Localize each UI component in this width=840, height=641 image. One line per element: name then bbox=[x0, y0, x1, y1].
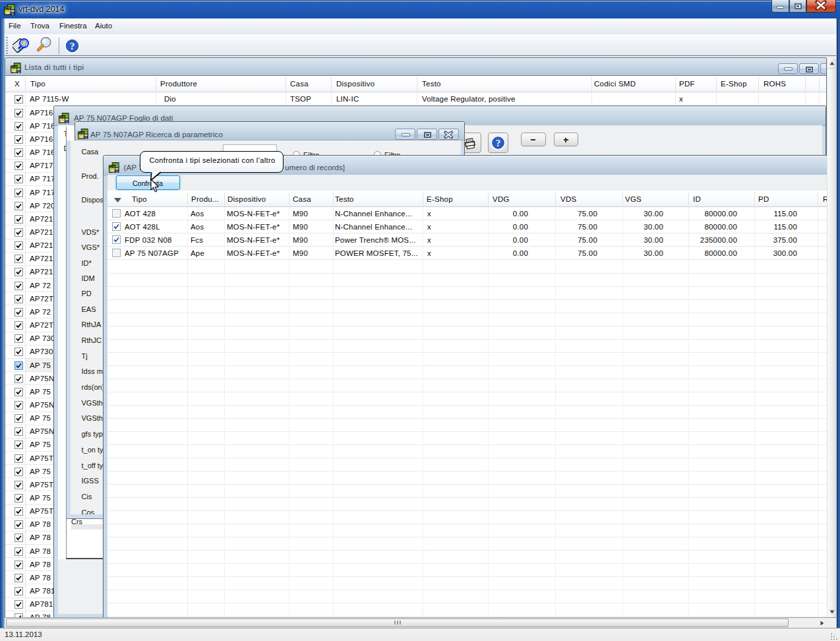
svg-text:vs: vs bbox=[12, 67, 15, 69]
svg-text:vs: vs bbox=[5, 8, 8, 11]
svg-text:?: ? bbox=[496, 138, 500, 148]
svg-text:vs: vs bbox=[79, 133, 82, 135]
svg-text:?: ? bbox=[70, 40, 75, 51]
svg-text:vs: vs bbox=[60, 117, 63, 119]
svg-text:vs: vs bbox=[110, 166, 113, 169]
